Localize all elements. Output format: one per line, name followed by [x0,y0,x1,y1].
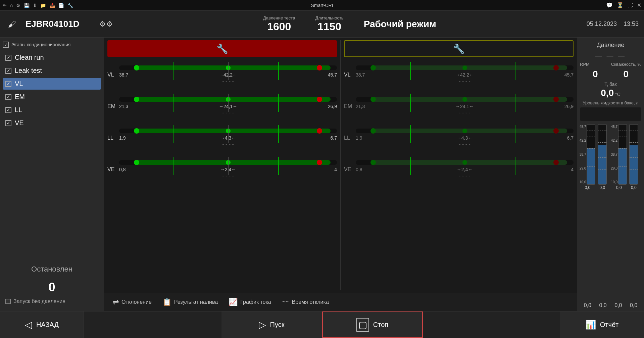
tube-4-wrapper: 0,0 [627,124,641,299]
sidebar-item-em[interactable]: EM [3,91,101,103]
gauge-right-val: 45,7 [328,72,337,78]
bank2-injector-icon: 🔧 [453,43,465,54]
current-graph-btn[interactable]: 📈 График тока [223,296,276,308]
current-graph-label: График тока [240,299,271,305]
chat-icon[interactable]: 💬 [606,2,613,8]
close-icon[interactable]: ✕ [637,2,641,8]
header-center: Давление теста 1600 Длительность 1150 Ра… [119,15,580,33]
bottom-val-2: 0,0 [599,302,607,308]
ve-label: VE [15,119,24,127]
report-icon: 📊 [585,320,596,330]
gauge-em-bank1-label: EM [107,103,119,109]
sidebar-item-vl[interactable]: VL [3,78,101,90]
gauge-em-bank1: EM 21,3 [107,91,337,122]
export-icon[interactable]: 📤 [49,3,55,8]
gauge-vl-bank2-label: VL [344,72,356,78]
doc-icon[interactable]: 📄 [58,3,64,8]
vl-label: VL [15,80,23,88]
tube-group-2: 45,7 42,2 38,7 29,0 10,0 [612,124,641,299]
banks-container: 🔧 VL [104,38,577,293]
save-icon[interactable]: 💾 [24,3,30,8]
pressure-dashes: — — — [580,52,641,60]
header: 🖌 EJBR04101D ⚙⚙ Давление теста 1600 Длит… [0,11,644,38]
sidebar-item-cleanrun[interactable]: Clean run [3,52,101,63]
bottom-val-4: 0,0 [630,302,637,308]
pressure-title: Давление [580,40,641,50]
ve-checkbox[interactable] [5,120,11,126]
ll-label: LL [15,106,22,114]
tube-2 [598,124,607,185]
liquid-area [580,107,641,121]
tube-1-wrapper: 45,7 42,2 38,7 29,0 10,0 [581,124,595,299]
em-checkbox[interactable] [5,94,11,100]
content-wrapper: 🔧 VL [104,38,577,311]
start-button[interactable]: ▷ Пуск [221,311,322,338]
device-name: EJBR04101D [26,19,93,29]
expand-icon[interactable]: ⛶ [628,2,633,8]
tube3-label-4: 29,0 [611,166,617,170]
no-pressure-checkbox[interactable] [5,299,11,304]
no-pressure-label: Запуск без давления [13,298,65,304]
cleanrun-checkbox[interactable] [5,55,11,61]
bottom-toolbar: ◁ НАЗАД ▷ Пуск ▢ Стоп 📊 Отчёт [0,311,644,338]
response-time-icon: 〰 [282,298,289,306]
tube3-bottom-val: 0,0 [616,185,622,190]
bottom-val-1: 0,0 [584,302,591,308]
home-icon[interactable]: ⌂ [10,3,13,8]
deviation-label: Отклонение [121,299,152,305]
timer-icon[interactable]: ⏳ [617,2,624,8]
counter: 0 [3,280,101,294]
pressure-param: Давление теста 1600 [263,15,295,33]
action-toolbar: ⇌ Отклонение 📋 Результат налива 📈 График… [104,293,577,311]
sidebar-item-leaktest[interactable]: Leak test [3,65,101,77]
stop-label: Стоп [373,321,388,329]
current-graph-icon: 📈 [229,298,238,306]
tube1-bottom-val: 0,0 [585,185,590,190]
rpm-value: 0 [593,69,598,80]
fill-result-label: Результат налива [174,299,218,305]
sliders-icon[interactable]: ⚙⚙ [99,20,113,29]
conditioning-stages-checkbox[interactable] [3,42,9,48]
fill-result-icon: 📋 [162,298,171,306]
gauge-ll-bank2: LL 1,9 →4,3← [344,123,574,153]
leaktest-label: Leak test [15,67,42,75]
pencil-icon[interactable]: ✏ [3,3,7,8]
gear-icon[interactable]: ⚙ [16,3,20,8]
sidebar-item-ll[interactable]: LL [3,104,101,116]
datetime: 05.12.2023 13:53 [587,20,639,28]
stop-icon: ▢ [356,318,369,332]
gauge-vl-bank2: VL 38,7 →42,2← [344,60,574,90]
leaktest-checkbox[interactable] [5,68,11,74]
gauge-vl-bank1: VL 38,7 [107,60,337,90]
back-button[interactable]: ◁ НАЗАД [0,311,84,338]
gauge-ll-bank1: LL 1,9 [107,123,337,153]
stop-button[interactable]: ▢ Стоп [322,311,423,338]
tube-3 [618,124,627,185]
response-time-btn[interactable]: 〰 Время отклика [277,296,334,308]
vl-checkbox[interactable] [5,81,11,87]
sidebar-item-ve[interactable]: VE [3,117,101,129]
tool-icon[interactable]: 🔧 [67,3,73,8]
gauge-em-bank2-label: EM [344,103,356,109]
ll-checkbox[interactable] [5,107,11,113]
folder-icon[interactable]: 📁 [40,3,46,8]
deviation-btn[interactable]: ⇌ Отклонение [107,296,157,308]
temp-section: Т, бак 0,0 °С [580,82,641,98]
report-button[interactable]: 📊 Отчёт [560,311,644,338]
tube1-label-5: 10,0 [580,180,586,184]
gauge-numbers: 38,7 →42,2← 45,7 [119,72,337,78]
gauge-ve-bank1: VE 0,8 [107,154,337,185]
tube-group-1: 45,7 42,2 38,7 29,0 10,0 [581,124,609,299]
operating-mode: Рабочий режим [364,19,436,30]
gauge-ve-bank2: VE 0,8 →2,4← [344,154,574,185]
start-icon: ▷ [259,319,266,330]
tube3-label-3: 38,7 [611,153,617,156]
brush-icon: 🖌 [5,17,19,31]
tube4-bottom-val: 0,0 [631,185,637,190]
rpm-label: RPM [580,62,590,67]
sidebar-header: Этапы кондиционирования [3,42,101,48]
fill-result-btn[interactable]: 📋 Результат налива [157,296,223,308]
conditioning-stages-label: Этапы кондиционирования [11,42,70,47]
time: 13:53 [624,20,639,27]
download-icon[interactable]: ⬇ [33,3,37,8]
